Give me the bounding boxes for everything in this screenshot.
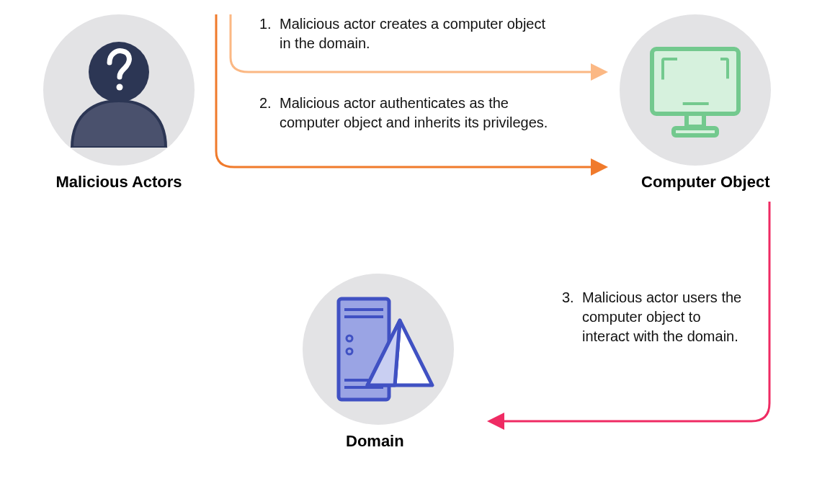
step-2: 2.Malicious actor authenticates as the c… xyxy=(259,94,569,132)
svg-point-1 xyxy=(117,84,123,91)
person-question-icon xyxy=(65,32,173,148)
label-domain: Domain xyxy=(346,432,404,451)
svg-rect-4 xyxy=(687,114,704,127)
node-computer-object xyxy=(620,14,771,166)
diagram-canvas: Malicious Actors Computer Object xyxy=(0,0,817,504)
label-malicious-actors: Malicious Actors xyxy=(43,173,195,192)
label-computer-object: Computer Object xyxy=(641,173,769,192)
step-3-number: 3. xyxy=(562,288,582,307)
step-3-text: Malicious actor users the computer objec… xyxy=(582,288,748,346)
step-1-number: 1. xyxy=(259,14,280,34)
step-1: 1.Malicious actor creates a computer obj… xyxy=(259,14,569,53)
step-3: 3.Malicious actor users the computer obj… xyxy=(562,288,771,346)
node-malicious-actors xyxy=(43,14,195,166)
step-2-text: Malicious actor authenticates as the com… xyxy=(280,94,561,132)
svg-rect-5 xyxy=(674,128,717,135)
step-1-text: Malicious actor creates a computer objec… xyxy=(280,14,553,53)
node-domain xyxy=(303,274,454,425)
monitor-icon xyxy=(641,36,749,144)
server-pyramid-icon xyxy=(317,288,439,410)
step-2-number: 2. xyxy=(259,94,280,113)
